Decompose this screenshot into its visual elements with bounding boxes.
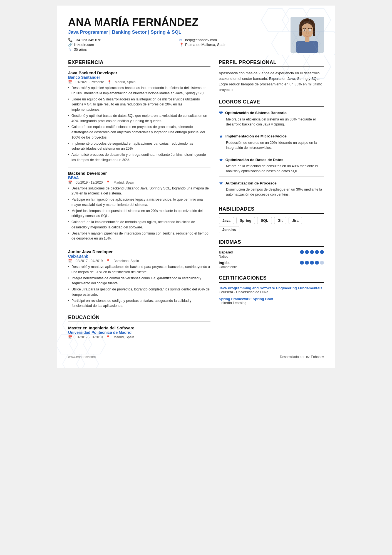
bullet-3-4: Participé en revisiones de código y prue… xyxy=(68,298,210,309)
bullet-3-1: Desarrollé y mantuve aplicaciones de bac… xyxy=(68,264,210,275)
bullet-2-1: Desarrollé soluciones de backend utiliza… xyxy=(68,186,210,196)
logro-star-icon-2: ★ xyxy=(219,133,223,139)
contact-linkedin: 🔗 linkedin.com xyxy=(68,43,174,47)
skill-jenkins: Jenkins xyxy=(219,226,239,233)
cert-1: Java Programming and Software Engineerin… xyxy=(219,286,324,294)
cert-2: Spring Framework: Spring Boot LinkedIn L… xyxy=(219,297,324,305)
cert-issuer-1: Coursera - Universidad de Duke xyxy=(219,290,324,294)
dot-en-1 xyxy=(300,261,304,265)
edu-location-icon: 📍 xyxy=(106,335,110,339)
calendar-icon-2: 📅 xyxy=(68,181,72,184)
svg-point-25 xyxy=(304,29,305,31)
exp-bullets-2: Desarrollé soluciones de backend utiliza… xyxy=(68,186,210,241)
exp-item-3: Junior Java Developer CaixaBank 📅 03/201… xyxy=(68,249,210,309)
svg-point-26 xyxy=(309,29,311,31)
edu-school-1: Universidad Politécnica de Madrid xyxy=(68,330,210,335)
footer-brand-name: Enhancv xyxy=(311,355,324,359)
bullet-1-6: Automaticé procesos de desarrollo y entr… xyxy=(68,152,210,163)
skill-spring: Spring xyxy=(236,217,255,224)
skill-java: Java xyxy=(219,217,234,224)
logro-title-3: Optimización de Bases de Datos xyxy=(225,158,284,162)
left-column: EXPERIENCIA Java Backend Developer Banco… xyxy=(68,60,210,345)
logro-desc-4: Disminución de tiempos de despliegue en … xyxy=(219,187,324,197)
location-icon-3: 📍 xyxy=(106,259,110,263)
email-icon: ✉ xyxy=(179,38,184,42)
logro-header-2: ★ Implementación de Microservicios xyxy=(219,133,324,139)
experiencia-title: EXPERIENCIA xyxy=(68,60,210,67)
linkedin-icon: 🔗 xyxy=(68,43,73,47)
dot-es-1 xyxy=(300,250,304,254)
idioma-ingles-header: Inglés xyxy=(219,261,324,265)
skills-container: Java Spring SQL Git Jira Jenkins xyxy=(219,217,324,233)
header-text: ANA MARÍA FERNÁNDEZ Java Programmer | Ba… xyxy=(68,17,285,51)
footer-brand: Desarrollado por ∞ Enhancv xyxy=(280,354,324,360)
cert-issuer-2: LinkedIn Learning xyxy=(219,301,324,305)
edu-calendar-icon: 📅 xyxy=(68,335,72,339)
logro-3: ★ Optimización de Bases de Datos Mejora … xyxy=(219,157,324,177)
logro-header-4: ★ Automatización de Procesos xyxy=(219,180,324,186)
logro-4: ★ Automatización de Procesos Disminución… xyxy=(219,180,324,200)
exp-bullets-3: Desarrollé y mantuve aplicaciones de bac… xyxy=(68,264,210,309)
exp-meta-3: 📅 03/2017 - 04/2019 📍 Barcelona, Spain xyxy=(68,259,210,263)
idioma-ingles: Inglés Competente xyxy=(219,261,324,269)
dot-es-5 xyxy=(320,250,324,254)
educacion-section: EDUCACIÓN Master en Ingeniería del Softw… xyxy=(68,315,210,339)
cert-title-1: Java Programming and Software Engineerin… xyxy=(219,286,324,290)
exp-role-2: Backend Developer xyxy=(68,171,210,176)
main-columns: EXPERIENCIA Java Backend Developer Banco… xyxy=(68,60,324,345)
svg-rect-22 xyxy=(305,37,309,42)
exp-company-3: CaixaBank xyxy=(68,254,210,258)
dot-en-3 xyxy=(310,261,314,265)
educacion-title: EDUCACIÓN xyxy=(68,315,210,322)
exp-meta-1: 📅 01/2021 - Presente 📍 Madrid, Spain xyxy=(68,80,210,84)
idioma-ingles-level: Competente xyxy=(219,265,324,269)
dot-es-4 xyxy=(315,250,319,254)
logro-title-1: Optimización de Sistema Bancario xyxy=(225,111,287,115)
candidate-name: ANA MARÍA FERNÁNDEZ xyxy=(68,17,285,28)
svg-point-20 xyxy=(301,23,313,38)
idioma-espanol-level: Nativo xyxy=(219,255,324,258)
idiomas-title: IDIOMAS xyxy=(219,239,324,247)
calendar-icon-3: 📅 xyxy=(68,259,72,263)
exp-role-3: Junior Java Developer xyxy=(68,249,210,254)
enhancv-logo-icon: ∞ xyxy=(306,354,309,360)
logro-title-4: Automatización de Procesos xyxy=(225,181,277,185)
bullet-2-4: Colaboré en la implementación de metodol… xyxy=(68,219,210,230)
header: ANA MARÍA FERNÁNDEZ Java Programmer | Ba… xyxy=(68,17,324,53)
exp-meta-2: 📅 05/2019 - 12/2020 📍 Madrid, Spain xyxy=(68,181,210,184)
edu-meta-1: 📅 01/2017 - 01/2019 📍 Madrid, Spain xyxy=(68,335,210,339)
location-icon: 📍 xyxy=(179,43,184,47)
contact-email: ✉ help@enhancv.com xyxy=(179,38,285,42)
candidate-title: Java Programmer | Banking Sector | Sprin… xyxy=(68,29,285,35)
logros-title: LOGROS CLAVE xyxy=(219,99,324,107)
bullet-1-5: Implementé protocolos de seguridad en ap… xyxy=(68,141,210,152)
calendar-icon-1: 📅 xyxy=(68,80,72,84)
idioma-espanol-dots xyxy=(300,250,324,254)
dot-en-2 xyxy=(305,261,309,265)
logro-desc-3: Mejora en la velocidad de consultas en u… xyxy=(219,164,324,174)
logro-2: ★ Implementación de Microservicios Reduc… xyxy=(219,133,324,153)
habilidades-title: HABILIDADES xyxy=(219,206,324,214)
footer: www.enhancv.com Desarrollado por ∞ Enhan… xyxy=(68,351,324,360)
idioma-ingles-dots xyxy=(300,261,324,265)
bullet-2-5: Desarrollé y manteni pipelines de integr… xyxy=(68,231,210,241)
bullet-2-3: Mejoré los tiempos de respuesta del sist… xyxy=(68,208,210,219)
perfil-section: PERFIL PROFESIONAL Apasionada con más de… xyxy=(219,60,324,93)
candidate-photo xyxy=(291,17,324,53)
perfil-title: PERFIL PROFESIONAL xyxy=(219,60,324,67)
bullet-3-2: Integré herramientas de control de versi… xyxy=(68,276,210,286)
footer-brand-label: Desarrollado por xyxy=(280,355,305,359)
bullet-1-4: Colaboré con equipos multifuncionales en… xyxy=(68,124,210,140)
logro-heart-icon: ❤ xyxy=(219,110,223,116)
logro-title-2: Implementación de Microservicios xyxy=(225,134,287,138)
bullet-1-3: Gestioné y optimicé bases de datos SQL q… xyxy=(68,113,210,124)
logro-star-icon-4: ★ xyxy=(219,180,223,186)
resume-page: ANA MARÍA FERNÁNDEZ Java Programmer | Ba… xyxy=(57,6,335,368)
location-icon-2: 📍 xyxy=(106,181,110,184)
dot-en-5 xyxy=(320,261,324,265)
right-column: PERFIL PROFESIONAL Apasionada con más de… xyxy=(219,60,324,345)
svg-rect-28 xyxy=(313,28,315,36)
perfil-text: Apasionada con más de 2 años de experien… xyxy=(219,70,324,93)
logro-desc-1: Mejora de la eficiencia del sistema en u… xyxy=(219,117,324,127)
idioma-espanol-name: Español xyxy=(219,250,234,254)
